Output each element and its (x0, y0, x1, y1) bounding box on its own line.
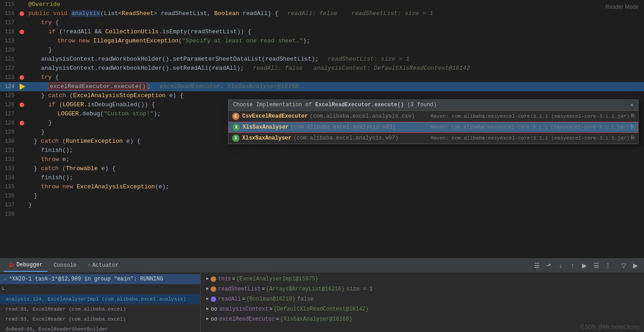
line-number-125: 125 (0, 91, 17, 100)
bp-col-133[interactable] (17, 164, 26, 173)
popup-class-xls: XlsSaxAnalyser (243, 124, 289, 130)
popup-copy-xls[interactable]: ⎘ (631, 124, 634, 130)
code-text-137: } (26, 201, 644, 210)
stack-frame-2[interactable]: read:53, ExcelReader (com.alibaba.excel) (0, 314, 200, 324)
bp-col-121[interactable] (17, 55, 26, 64)
line-number-119: 119 (0, 36, 17, 46)
debug-run-cursor-btn[interactable]: ▶ (579, 260, 589, 270)
editor-area: Reader Mode 115 @Override 116 public voi… (0, 0, 644, 258)
popup-maven-csv: Maven: com.alibaba:easyexcel-core:3.1.1 … (431, 114, 629, 119)
var-row-analysiscontext[interactable]: ► oo analysisContext = {DefaultXlsReadCo… (204, 304, 640, 314)
popup-copy-xlsx[interactable]: ⎘ (631, 135, 634, 141)
code-text-124: excelReadExecutor.execute(); excelReadEx… (26, 82, 644, 91)
tab-actuator[interactable]: ⚡ Actuator (83, 259, 123, 272)
var-expand-excelreadexecutor[interactable]: ► (206, 315, 209, 323)
stack-frame-1[interactable]: read:63, ExcelReader (com.alibaba.excel) (0, 304, 200, 314)
code-text-123: try { (26, 73, 644, 82)
code-line-137: 137 } (0, 201, 644, 210)
bp-col-137[interactable] (17, 201, 26, 210)
bp-col-117[interactable] (17, 18, 26, 27)
bp-col-138[interactable] (17, 210, 26, 219)
code-line-117: 117 try { (0, 18, 644, 27)
autocomplete-popup[interactable]: Choose Implementation of ExcelReadExecut… (228, 99, 639, 144)
code-line-123: 123 try { (0, 73, 644, 82)
var-expand-readsheetlist[interactable]: ► (206, 285, 209, 293)
stack-frame-3[interactable]: doRead:65, ExcelReaderSheetBuilder (com.… (0, 324, 200, 332)
var-row-readsheetlist[interactable]: ► readSheetList = {Arrays$ArrayList@1621… (204, 284, 640, 294)
breakpoint-116[interactable] (20, 11, 24, 16)
popup-package-xlsx: (com.alibaba.excel.analysis.v07) (293, 135, 398, 141)
code-text-120: } (26, 46, 644, 55)
bp-col-126[interactable] (17, 100, 26, 109)
debug-more-btn[interactable]: ⋮ (603, 260, 613, 270)
code-line-120: 120 } (0, 46, 644, 55)
bp-col-123[interactable] (17, 73, 26, 82)
popup-close-btn[interactable]: ✕ (630, 102, 634, 109)
line-number-121: 121 (0, 55, 17, 64)
code-line-118: 118 if (!readAll && CollectionUtils.isEm… (0, 27, 644, 36)
line-number-118: 118 (0, 27, 17, 36)
popup-item-xlsx[interactable]: X XlsxSaxAnalyser (com.alibaba.excel.ana… (229, 133, 638, 144)
code-text-136: } (26, 192, 644, 201)
var-row-this[interactable]: ► this = {ExcelAnalyserImpl@15975} (204, 274, 640, 284)
var-expand-analysiscontext[interactable]: ► (206, 305, 209, 313)
watermark: CSDN @MichelleChung (581, 324, 639, 330)
bp-col-136[interactable] (17, 192, 26, 201)
bp-col-120[interactable] (17, 46, 26, 55)
bp-col-115[interactable] (17, 0, 26, 9)
bp-col-122[interactable] (17, 64, 26, 73)
popup-class-xlsx: XlsxSaxAnalyser (242, 135, 291, 141)
code-line-138: 138 (0, 210, 644, 219)
bp-col-131[interactable] (17, 146, 26, 155)
debug-evaluate-btn[interactable]: ☰ (591, 260, 601, 270)
breakpoint-118[interactable] (20, 30, 24, 34)
popup-title: Choose Implementation of ExcelReadExecut… (233, 102, 436, 109)
popup-item-csv[interactable]: C CsvExcelReadExecutor (com.alibaba.exce… (229, 111, 638, 122)
code-text-131: finish(); (26, 146, 644, 155)
debug-step-into-btn[interactable]: ↓ (556, 260, 566, 270)
var-row-excelreadexecutor[interactable]: ► oo excelReadExecutor = {XlsSaxAnalyser… (204, 314, 640, 324)
bp-col-134[interactable] (17, 173, 26, 182)
bp-col-124[interactable] (17, 82, 26, 91)
debug-step-out-btn[interactable]: ↑ (567, 260, 577, 270)
bp-col-119[interactable] (17, 36, 26, 46)
popup-copy-csv[interactable]: ⎘ (631, 113, 634, 119)
bp-col-130[interactable] (17, 137, 26, 146)
stack-frame-0[interactable]: analysis:124, ExcelAnalyserImpl (com.ali… (0, 294, 200, 304)
line-number-131: 131 (0, 146, 17, 155)
thread-expand-btn[interactable]: ▶ (630, 260, 640, 270)
tab-console[interactable]: Console (49, 259, 81, 272)
bp-col-118[interactable] (17, 27, 26, 36)
bp-col-127[interactable] (17, 109, 26, 119)
thread-filter-btn[interactable]: ▽ (618, 260, 628, 270)
code-line-131: 131 finish(); (0, 146, 644, 155)
popup-maven-xlsx: Maven: com.alibaba:easyexcel-core:3.1.1 … (431, 135, 629, 141)
var-expand-this[interactable]: ► (206, 275, 209, 283)
thread-running[interactable]: ✓ *XNIO-1 task-1*@12,989 in group "main"… (0, 274, 200, 284)
bp-col-135[interactable] (17, 182, 26, 192)
breakpoint-128[interactable] (20, 121, 24, 125)
bp-col-128[interactable] (17, 119, 26, 128)
line-number-117: 117 (0, 18, 17, 27)
popup-maven-xls: Maven: com.alibaba:easyexcel-core:3.1.1 … (430, 124, 629, 130)
breakpoint-123[interactable] (20, 75, 24, 80)
line-number-115: 115 (0, 0, 17, 9)
bp-col-129[interactable] (17, 128, 26, 137)
debug-stack-panel: ✓ *XNIO-1 task-1*@12,989 in group "main"… (0, 272, 201, 332)
line-number-134: 134 (0, 173, 17, 182)
bp-col-125[interactable] (17, 91, 26, 100)
debug-step-over-btn[interactable]: ⬏ (544, 260, 554, 270)
bp-col-116[interactable] (17, 9, 26, 18)
var-expand-readall[interactable]: ► (206, 295, 209, 303)
line-number-130: 130 (0, 137, 17, 146)
var-row-readall[interactable]: ► readAll = {Boolean@16219} false (204, 294, 640, 304)
line-number-116: 116 (0, 9, 17, 18)
popup-item-xls[interactable]: X XlsSaxAnalyser (com.alibaba.excel.anal… (229, 122, 638, 133)
debug-settings-btn[interactable]: ☰ (532, 260, 542, 270)
debug-content: ✓ *XNIO-1 task-1*@12,989 in group "main"… (0, 272, 644, 332)
bp-col-132[interactable] (17, 155, 26, 164)
tab-debugger[interactable]: 🐞 Debugger (4, 259, 47, 272)
breakpoint-126[interactable] (20, 103, 24, 107)
line-number-136: 136 (0, 192, 17, 201)
code-text-119: throw new IllegalArgumentException("Spec… (26, 36, 644, 46)
